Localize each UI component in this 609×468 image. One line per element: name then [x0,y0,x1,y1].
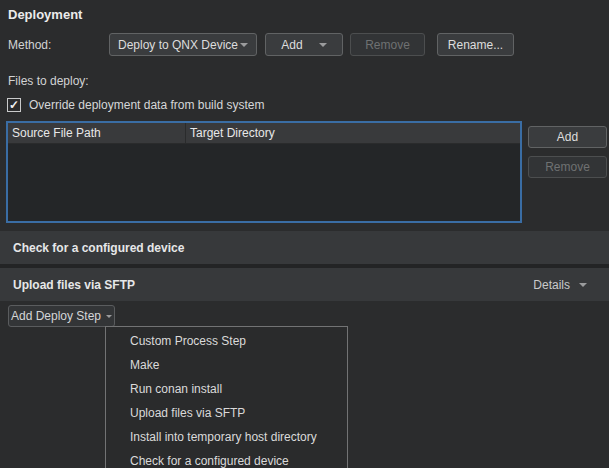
rename-method-button[interactable]: Rename... [437,33,514,56]
deployment-settings-panel: Deployment Method: Deploy to QNX Device … [0,0,609,468]
override-deployment-label: Override deployment data from build syst… [29,98,264,112]
step-title: Upload files via SFTP [13,278,135,292]
remove-method-label: Remove [365,38,410,52]
add-deploy-step-button[interactable]: Add Deploy Step [8,305,115,327]
menu-item-make[interactable]: Make [106,353,347,377]
column-header-target-directory[interactable]: Target Directory [186,123,520,143]
files-to-deploy-label: Files to deploy: [8,74,89,88]
chevron-down-icon [240,43,248,47]
deploy-files-table[interactable]: Source File Path Target Directory [6,121,522,223]
add-method-button[interactable]: Add [265,33,343,56]
chevron-down-icon [319,43,327,47]
method-select-value: Deploy to QNX Device [118,38,238,52]
menu-item-run-conan-install[interactable]: Run conan install [106,377,347,401]
step-title: Check for a configured device [13,241,184,255]
override-deployment-row: ✓ Override deployment data from build sy… [7,96,264,114]
remove-file-label: Remove [545,160,590,174]
details-toggle-button[interactable]: Details [525,268,595,301]
step-bar-check-configured-device[interactable]: Check for a configured device [0,231,609,264]
column-header-source-file-path[interactable]: Source File Path [8,123,186,143]
method-select[interactable]: Deploy to QNX Device [109,33,257,56]
details-label: Details [533,278,570,292]
menu-item-upload-files-via-sftp[interactable]: Upload files via SFTP [106,401,347,425]
menu-item-check-for-a-configured-device[interactable]: Check for a configured device [106,449,347,468]
menu-item-install-into-temporary-host-directory[interactable]: Install into temporary host directory [106,425,347,449]
add-file-label: Add [557,130,578,144]
page-title: Deployment [8,7,82,22]
menu-item-custom-process-step[interactable]: Custom Process Step [106,329,347,353]
remove-method-button[interactable]: Remove [350,33,425,56]
override-deployment-checkbox[interactable]: ✓ [7,98,21,112]
step-bar-upload-files-sftp[interactable]: Upload files via SFTP Details [0,268,609,301]
add-file-button[interactable]: Add [528,126,607,148]
remove-file-button[interactable]: Remove [528,156,607,178]
checkmark-icon: ✓ [9,99,19,111]
rename-method-label: Rename... [448,38,503,52]
deploy-files-table-header: Source File Path Target Directory [8,123,520,144]
add-deploy-step-menu: Custom Process Step Make Run conan insta… [105,326,348,468]
method-label: Method: [8,38,51,52]
chevron-down-icon [106,315,112,318]
add-deploy-step-label: Add Deploy Step [11,309,101,323]
add-method-label: Add [281,38,302,52]
chevron-down-icon [579,283,587,287]
